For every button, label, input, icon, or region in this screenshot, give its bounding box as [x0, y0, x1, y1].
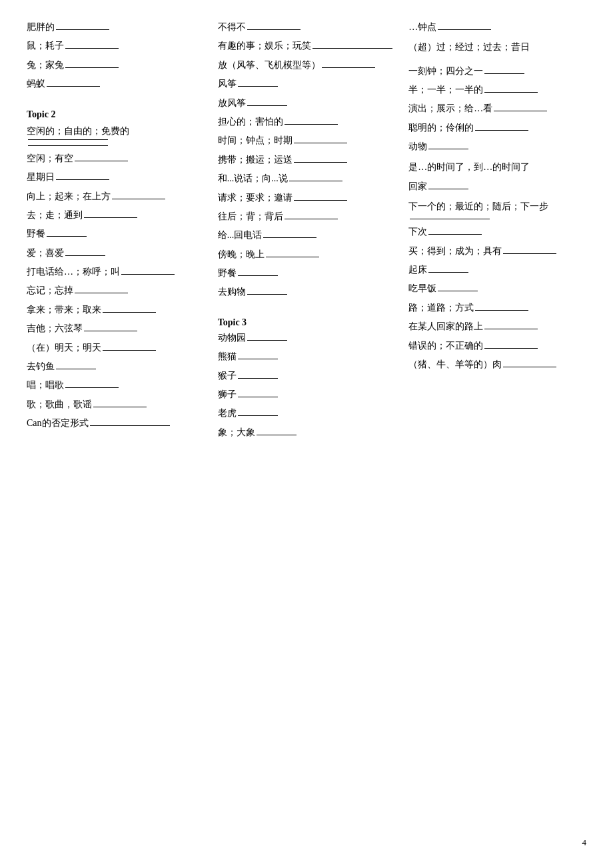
blank-line [90, 425, 170, 426]
list-item: 起床 [408, 263, 586, 277]
list-item: 有趣的事；娱乐；玩笑 [218, 39, 396, 53]
blank-line [65, 67, 119, 68]
list-item: 买；得到；成为；具有 [408, 244, 586, 259]
blank-line [65, 48, 119, 49]
blank-line [75, 293, 128, 293]
blank-line [56, 29, 109, 30]
blank-line [428, 272, 468, 273]
blank-line [285, 219, 338, 219]
list-item: 不得不 [218, 20, 396, 35]
blank-line [484, 348, 538, 349]
list-item: 吉他；六弦琴 [27, 321, 205, 336]
list-item: 半；一半；一半的 [408, 83, 586, 97]
blank-line [65, 255, 105, 256]
blank-line [484, 73, 524, 74]
blank-line [112, 199, 165, 199]
blank-line [103, 312, 156, 313]
blank-line [247, 105, 287, 106]
list-item: 吃早饭 [408, 281, 586, 296]
list-item: 爱；喜爱 [27, 246, 205, 261]
list-item: 象；大象 [218, 425, 396, 440]
list-item: 空闲的；自由的；免费的 [27, 123, 205, 141]
list-item [408, 219, 586, 221]
list-item: 去钓鱼 [27, 359, 205, 374]
list-item: 携带；搬运；运送 [218, 153, 396, 167]
list-item: 路；道路；方式 [408, 301, 586, 315]
page-container: 肥胖的 鼠；耗子 兔；家兔 蚂蚁 Topic 2 空闲的；自由的；免费的 空闲；… [27, 20, 586, 444]
list-item: （超）过；经过；过去；昔日 [408, 39, 586, 55]
blank-line [312, 48, 392, 49]
list-item: 给...回电话 [218, 228, 396, 243]
topic-heading: Topic 3 [218, 317, 396, 328]
blank-line [294, 143, 347, 143]
list-item: 熊猫 [218, 349, 396, 364]
list-item: 放（风筝、飞机模型等） [218, 58, 396, 73]
blank-line [322, 67, 375, 68]
list-item: 动物 [408, 139, 586, 154]
list-item: Can的否定形式 [27, 416, 205, 431]
list-item: 聪明的；伶俐的 [408, 121, 586, 135]
blank-line [484, 92, 538, 93]
list-item: 鼠；耗子 [27, 39, 205, 53]
blank-line [410, 219, 490, 219]
list-item: 下一个的；最近的；随后；下一步 [408, 198, 586, 215]
list-item: 回家 [408, 179, 586, 194]
blank-line [28, 145, 108, 146]
blank-line [294, 200, 347, 201]
blank-line [84, 217, 137, 218]
list-item: 歌；歌曲，歌谣 [27, 397, 205, 412]
blank-line [238, 415, 278, 416]
list-item: 动物园 [218, 331, 396, 345]
blank-line [263, 237, 316, 238]
list-item: 傍晚；晚上 [218, 247, 396, 262]
blank-line [494, 111, 547, 111]
list-item: 向上；起来；在上方 [27, 189, 205, 204]
list-item: …钟点 [408, 20, 586, 35]
column-1: 肥胖的 鼠；耗子 兔；家兔 蚂蚁 Topic 2 空闲的；自由的；免费的 空闲；… [27, 20, 218, 444]
list-item: 星期日 [27, 170, 205, 185]
list-item: 肥胖的 [27, 20, 205, 35]
blank-line [75, 161, 128, 161]
blank-line [438, 291, 478, 291]
list-item: 蚂蚁 [27, 77, 205, 91]
blank-line [257, 435, 297, 435]
column-3: …钟点 （超）过；经过；过去；昔日 一刻钟；四分之一 半；一半；一半的 演出；展… [408, 20, 586, 444]
column-2: 不得不 有趣的事；娱乐；玩笑 放（风筝、飞机模型等） 风筝 放风筝 担心的；害怕… [218, 20, 409, 444]
blank-line [428, 189, 468, 189]
list-item: 野餐 [218, 266, 396, 281]
blank-line [475, 130, 528, 131]
list-item: 演出；展示；给…看 [408, 101, 586, 116]
list-item: （猪、牛、羊等的）肉 [408, 357, 586, 372]
blank-line [285, 124, 338, 125]
blank-line [47, 86, 100, 87]
list-item: 请求；要求；邀请 [218, 191, 396, 205]
list-item: 狮子 [218, 387, 396, 402]
list-item: 一刻钟；四分之一 [408, 64, 586, 79]
blank-line [503, 253, 556, 254]
list-item: 放风筝 [218, 96, 396, 111]
list-item: 错误的；不正确的 [408, 339, 586, 353]
list-item: 往后；背；背后 [218, 209, 396, 224]
blank-line [503, 367, 556, 367]
blank-line [28, 139, 108, 140]
blank-line [238, 397, 278, 397]
blank-line [47, 236, 87, 237]
blank-line [238, 359, 278, 359]
list-item: 猴子 [218, 369, 396, 383]
blank-line [65, 387, 119, 388]
blank-line [238, 378, 278, 379]
list-item: 去；走；通到 [27, 208, 205, 223]
list-item: 和...说话；向...说 [218, 171, 396, 186]
blank-line [56, 179, 109, 180]
blank-line [294, 162, 347, 163]
list-item: 忘记；忘掉 [27, 283, 205, 298]
list-item: 拿来；带来；取来 [27, 303, 205, 317]
blank-line [484, 329, 538, 329]
page-number: 4 [582, 837, 587, 848]
list-item: 去购物 [218, 285, 396, 299]
list-item: （在）明天；明天 [27, 341, 205, 355]
blank-line [438, 29, 491, 30]
blank-line [93, 407, 147, 407]
blank-line [238, 275, 278, 276]
blank-line [56, 369, 96, 369]
